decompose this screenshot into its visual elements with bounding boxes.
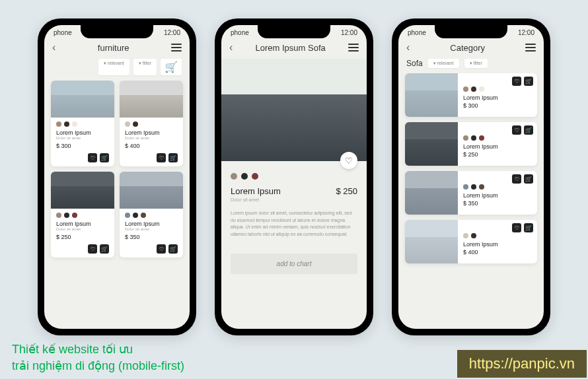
color-swatch[interactable] bbox=[141, 213, 146, 218]
product-price: $ 250 bbox=[51, 234, 114, 244]
product-tagline: Dolor sit amet bbox=[231, 197, 357, 202]
cart-icon[interactable]: 🛒 bbox=[100, 153, 109, 162]
favorite-icon[interactable]: ♡ bbox=[512, 174, 521, 184]
product-price: $ 350 bbox=[120, 234, 183, 244]
product-card[interactable]: ♡ 🛒 Lorem Ipsum $ 250 bbox=[405, 122, 537, 166]
color-swatches bbox=[120, 209, 183, 221]
color-swatch[interactable] bbox=[56, 121, 61, 127]
color-swatches bbox=[463, 233, 532, 238]
color-swatches[interactable] bbox=[231, 173, 357, 180]
product-card[interactable]: Lorem Ipsum Dolor sit amet $ 350 ♡ 🛒 bbox=[120, 172, 183, 258]
color-swatch[interactable] bbox=[125, 213, 130, 218]
back-button[interactable]: ‹ bbox=[406, 42, 410, 53]
product-card[interactable]: Lorem Ipsum Dolor sit amet $ 250 ♡ 🛒 bbox=[51, 172, 114, 258]
status-time: 12:00 bbox=[164, 29, 180, 36]
color-swatch[interactable] bbox=[125, 121, 130, 127]
product-card[interactable]: Lorem Ipsum Dolor sit amet $ 400 ♡ 🛒 bbox=[120, 81, 183, 166]
sort-relevant-button[interactable]: ▾ relevant bbox=[98, 59, 129, 75]
cart-button[interactable]: 🛒 bbox=[161, 59, 182, 75]
favorite-button[interactable]: ♡ bbox=[340, 152, 357, 169]
phone-mockup-2: phone 12:00 ‹ Lorem Ipsum Sofa ♡ Lorem I… bbox=[215, 18, 373, 335]
product-card[interactable]: ♡ 🛒 Lorem Ipsum $ 400 bbox=[405, 220, 537, 263]
product-name: Lorem Ipsum bbox=[120, 221, 183, 227]
color-swatch[interactable] bbox=[471, 233, 476, 238]
filter-button[interactable]: ▾ filter bbox=[133, 59, 157, 75]
color-swatch[interactable] bbox=[471, 86, 476, 92]
product-tagline: Dolor sit amet bbox=[51, 136, 114, 143]
back-button[interactable]: ‹ bbox=[229, 42, 233, 53]
color-swatch[interactable] bbox=[252, 173, 258, 180]
color-swatch[interactable] bbox=[133, 121, 138, 127]
product-tagline: Dolor sit amet bbox=[51, 227, 114, 234]
cart-icon[interactable]: 🛒 bbox=[524, 174, 533, 184]
add-to-cart-button[interactable]: add to chart bbox=[231, 254, 357, 274]
color-swatch[interactable] bbox=[479, 86, 484, 92]
product-image bbox=[405, 73, 458, 117]
color-swatch[interactable] bbox=[241, 173, 248, 180]
cart-icon[interactable]: 🛒 bbox=[168, 244, 178, 254]
page-title: Category bbox=[450, 43, 485, 53]
product-card[interactable]: ♡ 🛒 Lorem Ipsum $ 350 bbox=[405, 171, 537, 215]
product-image bbox=[405, 171, 458, 215]
product-card[interactable]: Lorem Ipsum Dolor sit amet $ 300 ♡ 🛒 bbox=[51, 81, 114, 166]
color-swatch[interactable] bbox=[479, 135, 484, 141]
color-swatches bbox=[120, 118, 183, 129]
product-price: $ 300 bbox=[51, 143, 114, 153]
favorite-icon[interactable]: ♡ bbox=[512, 223, 521, 232]
color-swatches bbox=[51, 209, 114, 221]
favorite-icon[interactable]: ♡ bbox=[88, 244, 97, 254]
cart-icon[interactable]: 🛒 bbox=[168, 153, 178, 162]
color-swatch[interactable] bbox=[56, 213, 61, 218]
color-swatch[interactable] bbox=[133, 213, 138, 218]
product-name: Lorem Ipsum bbox=[51, 221, 114, 227]
product-name: Lorem Ipsum bbox=[463, 192, 532, 199]
color-swatch[interactable] bbox=[64, 121, 69, 127]
color-swatch[interactable] bbox=[463, 135, 468, 141]
menu-button[interactable] bbox=[525, 44, 536, 52]
cart-icon[interactable]: 🛒 bbox=[524, 223, 533, 232]
product-image bbox=[405, 122, 458, 166]
color-swatch[interactable] bbox=[463, 86, 468, 92]
color-swatch[interactable] bbox=[471, 184, 476, 190]
color-swatch[interactable] bbox=[231, 173, 237, 180]
color-swatch[interactable] bbox=[471, 135, 476, 141]
color-swatches bbox=[51, 118, 114, 129]
color-swatch[interactable] bbox=[64, 213, 69, 218]
color-swatch[interactable] bbox=[463, 184, 468, 190]
product-description: Lorem ipsum dolor sit amet, consectetur … bbox=[231, 210, 357, 238]
phone-mockup-1: phone 12:00 ‹ furniture ▾ relevant ▾ fil… bbox=[38, 18, 196, 335]
phone-notch bbox=[258, 24, 330, 38]
favorite-icon[interactable]: ♡ bbox=[157, 244, 166, 254]
cart-icon[interactable]: 🛒 bbox=[524, 125, 533, 135]
product-hero-image: ♡ bbox=[221, 59, 367, 161]
sort-relevant-button[interactable]: ▾ relevant bbox=[428, 59, 459, 68]
category-label: Sofa bbox=[406, 59, 423, 68]
product-price: $ 250 bbox=[336, 186, 357, 196]
phone-mockup-3: phone 12:00 ‹ Category Sofa ▾ relevant ▾… bbox=[392, 18, 550, 335]
menu-button[interactable] bbox=[348, 44, 359, 52]
status-label: phone bbox=[54, 29, 72, 36]
caption-text: Thiết kế website tối ưu trải nghiệm di đ… bbox=[12, 341, 184, 374]
product-image bbox=[405, 220, 458, 263]
favorite-icon[interactable]: ♡ bbox=[512, 77, 521, 86]
favorite-icon[interactable]: ♡ bbox=[157, 153, 166, 162]
product-name: Lorem Ipsum bbox=[463, 94, 532, 101]
product-card[interactable]: ♡ 🛒 Lorem Ipsum $ 300 bbox=[405, 73, 537, 117]
favorite-icon[interactable]: ♡ bbox=[88, 153, 97, 162]
color-swatch[interactable] bbox=[463, 233, 468, 238]
product-price: $ 300 bbox=[463, 102, 532, 109]
color-swatch[interactable] bbox=[479, 184, 484, 190]
filter-button[interactable]: ▾ filter bbox=[464, 59, 488, 68]
status-time: 12:00 bbox=[341, 29, 357, 36]
product-tagline: Dolor sit amet bbox=[120, 227, 183, 234]
menu-button[interactable] bbox=[171, 44, 182, 52]
favorite-icon[interactable]: ♡ bbox=[512, 125, 521, 135]
color-swatch[interactable] bbox=[72, 213, 77, 218]
product-price: $ 400 bbox=[463, 249, 532, 256]
color-swatch[interactable] bbox=[72, 121, 77, 127]
product-name: Lorem Ipsum bbox=[51, 129, 114, 136]
back-button[interactable]: ‹ bbox=[52, 42, 55, 53]
cart-icon[interactable]: 🛒 bbox=[524, 77, 533, 86]
cart-icon[interactable]: 🛒 bbox=[100, 244, 109, 254]
product-image bbox=[120, 81, 183, 118]
